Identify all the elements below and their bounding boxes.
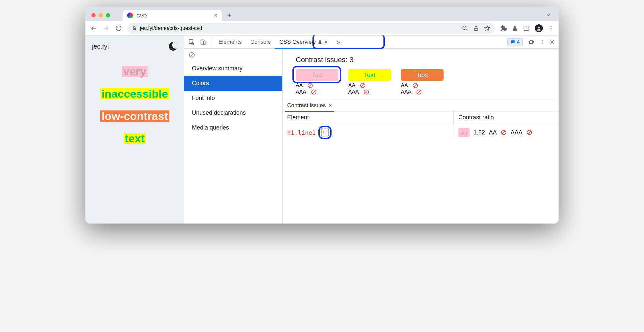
- tab-css-overview[interactable]: CSS Overview ✕: [277, 36, 330, 49]
- devtools-tabbar: Elements Console CSS Overview ✕ » 4 ✕: [184, 36, 559, 49]
- table-row[interactable]: h1.line1 Aa 1.52 AA: [283, 124, 559, 141]
- fail-icon: [360, 83, 366, 88]
- svg-point-10: [551, 26, 552, 27]
- browser-tab[interactable]: CVD ✕: [123, 10, 222, 21]
- fail-icon: [363, 89, 369, 95]
- svg-point-18: [542, 43, 543, 44]
- svg-line-32: [418, 91, 421, 94]
- content-area: jec.fyi very inaccessible low-contrast t…: [85, 36, 559, 224]
- svg-point-17: [542, 41, 543, 42]
- th-ratio: Contrast ratio: [453, 111, 559, 124]
- profile-avatar[interactable]: [535, 24, 543, 32]
- close-tab-icon[interactable]: ✕: [324, 39, 328, 45]
- clear-icon[interactable]: [189, 52, 195, 58]
- side-panel-icon[interactable]: [523, 25, 530, 32]
- color-sample-icon: Aa: [458, 128, 470, 137]
- window-controls: [91, 13, 110, 17]
- contrast-swatch-3[interactable]: Text AA AAA: [401, 69, 444, 95]
- new-tab-button[interactable]: +: [225, 11, 234, 20]
- svg-line-20: [190, 53, 194, 57]
- fail-icon: [307, 83, 313, 88]
- svg-line-26: [361, 84, 364, 87]
- contrast-swatch-2[interactable]: Text AA AAA: [348, 69, 391, 95]
- labs-icon[interactable]: [512, 25, 518, 32]
- close-devtools-icon[interactable]: ✕: [550, 38, 555, 46]
- tab-title: CVD: [136, 13, 211, 18]
- svg-marker-6: [485, 26, 490, 30]
- sidebar-item-colors[interactable]: Colors: [184, 76, 282, 91]
- close-tab-icon[interactable]: ✕: [214, 13, 218, 18]
- svg-line-22: [309, 84, 312, 87]
- svg-line-35: [502, 131, 505, 134]
- zoom-icon[interactable]: [462, 25, 468, 31]
- share-icon[interactable]: [473, 25, 479, 31]
- annotation-highlight: [318, 126, 332, 139]
- svg-rect-15: [203, 41, 206, 44]
- demo-line-3: low-contrast: [100, 110, 169, 122]
- contrast-subtab-bar: Contrast issues ✕: [283, 100, 559, 111]
- address-bar[interactable]: jec.fyi/demo/cds-quest-cvd: [127, 23, 495, 34]
- demo-text-lines: very inaccessible low-contrast text: [92, 60, 177, 144]
- svg-line-30: [414, 84, 417, 87]
- maximize-window-icon[interactable]: [106, 13, 110, 17]
- svg-rect-7: [524, 26, 529, 30]
- subtab-contrast-issues[interactable]: Contrast issues ✕: [283, 100, 337, 111]
- sidebar-item-overview[interactable]: Overview summary: [184, 61, 282, 76]
- forward-button[interactable]: [103, 25, 110, 32]
- sidebar-item-media[interactable]: Media queries: [184, 120, 282, 135]
- fail-icon: [416, 89, 422, 95]
- demo-line-1: very: [122, 66, 148, 77]
- devtools-panel: Elements Console CSS Overview ✕ » 4 ✕: [184, 36, 559, 224]
- contrast-issues-title: Contrast issues: 3: [283, 49, 559, 69]
- tabs-overflow-icon[interactable]: [545, 12, 555, 18]
- scroll-into-view-icon[interactable]: [321, 129, 329, 136]
- swatch-label: Text: [364, 71, 376, 79]
- sidebar-item-fontinfo[interactable]: Font info: [184, 91, 282, 106]
- svg-line-33: [324, 131, 326, 133]
- kebab-menu-icon[interactable]: [539, 39, 545, 45]
- browser-window: CVD ✕ + jec.fyi/demo/cds-quest-cvd: [85, 7, 559, 224]
- svg-line-24: [312, 91, 315, 94]
- back-button[interactable]: [90, 25, 97, 32]
- console-messages-badge[interactable]: 4: [507, 38, 523, 46]
- kebab-menu-icon[interactable]: [548, 25, 554, 31]
- favicon-icon: [127, 12, 133, 18]
- demo-line-4: text: [124, 133, 146, 144]
- reload-button[interactable]: [115, 25, 122, 32]
- theme-toggle-icon[interactable]: [169, 42, 177, 51]
- close-subtab-icon[interactable]: ✕: [328, 103, 332, 108]
- minimize-window-icon[interactable]: [99, 13, 103, 17]
- css-overview-main: Contrast issues: 3 Text AA AAA Text: [283, 49, 559, 224]
- svg-line-3: [466, 29, 467, 31]
- inspect-element-icon[interactable]: [188, 38, 195, 46]
- fail-icon: [526, 130, 532, 135]
- svg-point-12: [551, 29, 552, 30]
- tab-strip: CVD ✕ +: [85, 7, 559, 21]
- fail-icon: [501, 130, 507, 135]
- page-preview: jec.fyi very inaccessible low-contrast t…: [85, 36, 184, 224]
- url-text: jec.fyi/demo/cds-quest-cvd: [140, 25, 202, 31]
- svg-point-16: [542, 40, 543, 41]
- extensions-icon[interactable]: [500, 25, 507, 32]
- device-toggle-icon[interactable]: [200, 38, 207, 46]
- flask-icon: [318, 40, 322, 44]
- sidebar-item-unused[interactable]: Unused declarations: [184, 106, 282, 120]
- tab-more[interactable]: »: [335, 36, 342, 49]
- swatch-label: Text: [311, 71, 323, 79]
- gear-icon[interactable]: [527, 38, 535, 46]
- th-element: Element: [283, 111, 453, 124]
- site-name: jec.fyi: [92, 43, 109, 50]
- tab-console[interactable]: Console: [248, 36, 273, 49]
- issues-table-header: Element Contrast ratio: [283, 111, 559, 124]
- contrast-swatch-1[interactable]: Text AA AAA: [296, 69, 338, 95]
- tab-elements[interactable]: Elements: [217, 36, 244, 49]
- svg-point-9: [538, 26, 540, 28]
- bookmark-star-icon[interactable]: [484, 25, 490, 31]
- demo-line-2: inaccessible: [100, 88, 169, 99]
- lock-icon: [132, 26, 137, 31]
- close-window-icon[interactable]: [91, 13, 96, 17]
- element-selector: h1.line1: [287, 129, 316, 136]
- swatch-label: Text: [417, 71, 428, 79]
- fail-icon: [412, 83, 418, 88]
- fail-icon: [311, 89, 317, 95]
